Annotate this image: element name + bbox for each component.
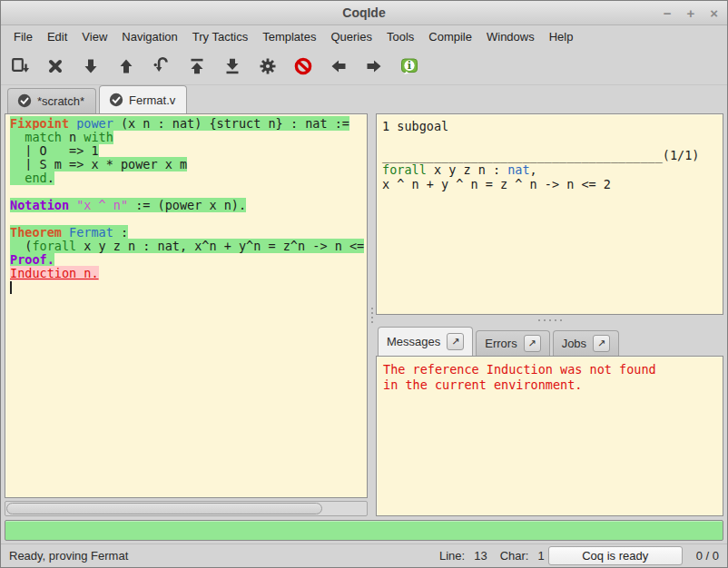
horizontal-scrollbar[interactable] (5, 501, 368, 516)
status-bar: Ready, proving Fermat Line: 13 Char: 1 C… (1, 544, 727, 567)
buffer-tab-bar: *scratch* Fermat.v (1, 85, 727, 113)
message-tab-bar: Messages ↗ Errors ↗ Jobs ↗ (376, 326, 723, 356)
text-line: Notation "x ^ n" := (power x n). (10, 199, 367, 212)
text-line (382, 133, 717, 148)
coqide-window: CoqIde − + × File Edit View Navigation T… (0, 0, 728, 568)
restart-button[interactable] (185, 54, 209, 78)
detach-button[interactable]: ↗ (447, 333, 464, 350)
fully-check-button[interactable] (256, 54, 280, 78)
detach-arrow-icon: ↗ (528, 338, 536, 349)
maximize-button[interactable]: + (686, 6, 694, 20)
save-icon (10, 56, 30, 76)
close-buffer-button[interactable] (44, 54, 67, 78)
status-message: Ready, proving Fermat (9, 549, 427, 563)
text-line: 1 subgoal (382, 119, 717, 133)
menu-queries[interactable]: Queries (323, 27, 379, 46)
goal-view[interactable]: 1 subgoal ______________________________… (376, 113, 723, 315)
go-to-end-button[interactable] (221, 54, 244, 78)
close-icon (45, 56, 65, 76)
menu-try-tactics[interactable]: Try Tactics (185, 27, 255, 46)
main-area: Fixpoint power (x n : nat) {struct n} : … (1, 113, 727, 520)
tab-check-icon (109, 93, 123, 107)
menu-templates[interactable]: Templates (255, 27, 323, 46)
tab-messages[interactable]: Messages ↗ (378, 327, 473, 356)
menu-edit[interactable]: Edit (40, 27, 74, 46)
menu-help[interactable]: Help (542, 27, 581, 46)
right-pane: 1 subgoal ______________________________… (376, 113, 723, 516)
line-value: 13 (474, 549, 487, 563)
gear-icon (258, 56, 278, 76)
step-forward-icon (81, 56, 101, 76)
progress-bar (5, 520, 723, 541)
goal-text: 1 subgoal ______________________________… (382, 119, 717, 191)
task-counter: 0 / 0 (696, 549, 719, 563)
tab-scratch[interactable]: *scratch* (7, 88, 96, 113)
message-line: The reference Induction was not found (383, 362, 716, 377)
text-line: Proof. (10, 253, 367, 267)
close-button[interactable]: × (710, 6, 718, 20)
vertical-splitter[interactable] (368, 113, 376, 516)
tab-label: *scratch* (37, 94, 84, 108)
message-line: in the current environment. (383, 377, 716, 393)
text-line (10, 212, 367, 226)
text-cursor (10, 281, 12, 294)
back-button[interactable] (327, 54, 350, 78)
step-backward-button[interactable] (114, 54, 138, 78)
char-value: 1 (537, 549, 544, 563)
tab-errors[interactable]: Errors ↗ (476, 330, 549, 356)
char-label: Char: (500, 549, 529, 563)
window-title: CoqIde (1, 1, 727, 24)
menu-compile[interactable]: Compile (421, 27, 479, 46)
go-to-cursor-icon (152, 56, 172, 76)
minimize-button[interactable]: − (664, 6, 672, 20)
forward-icon (364, 56, 384, 76)
detach-button[interactable]: ↗ (524, 335, 541, 352)
step-forward-button[interactable] (79, 54, 103, 78)
text-line: end. (10, 171, 367, 185)
menu-file[interactable]: File (6, 27, 40, 46)
menu-windows[interactable]: Windows (479, 27, 542, 46)
text-line: | S m => x * power x m (10, 158, 367, 171)
message-view[interactable]: The reference Induction was not foundin … (376, 356, 723, 516)
detach-button[interactable]: ↗ (593, 335, 610, 352)
tab-check-icon (17, 93, 32, 108)
code-view: Fixpoint power (x n : nat) {struct n} : … (10, 117, 367, 294)
text-line: match n with (10, 131, 367, 144)
about-button[interactable]: i (398, 54, 421, 78)
back-icon (329, 56, 349, 76)
text-line: | O => 1 (10, 144, 367, 158)
text-line (10, 185, 367, 199)
coq-status-button[interactable]: Coq is ready (548, 546, 683, 565)
svg-text:i: i (408, 59, 412, 72)
message-text: The reference Induction was not foundin … (383, 362, 716, 393)
text-line: Fixpoint power (x n : nat) {struct n} : … (10, 117, 367, 131)
text-line: forall x y z n : nat, (382, 162, 717, 177)
scrollbar-thumb[interactable] (6, 503, 322, 514)
tab-label: Errors (485, 337, 516, 350)
restart-icon (187, 56, 207, 76)
menu-navigation[interactable]: Navigation (114, 27, 184, 46)
interrupt-button[interactable] (291, 54, 315, 78)
interrupt-icon (293, 56, 313, 76)
menu-tools[interactable]: Tools (379, 27, 421, 46)
tab-label: Jobs (562, 337, 586, 350)
detach-arrow-icon: ↗ (597, 338, 605, 349)
menu-view[interactable]: View (74, 27, 114, 46)
detach-arrow-icon: ↗ (451, 336, 459, 348)
save-button[interactable] (8, 54, 32, 78)
horizontal-splitter[interactable] (376, 315, 723, 326)
menu-bar: File Edit View Navigation Try Tactics Te… (1, 25, 727, 47)
go-to-cursor-button[interactable] (150, 54, 173, 78)
forward-button[interactable] (362, 54, 386, 78)
go-to-end-icon (222, 56, 242, 76)
code-editor[interactable]: Fixpoint power (x n : nat) {struct n} : … (5, 113, 368, 498)
tab-label: Fermat.v (129, 93, 175, 107)
text-line: x ^ n + y ^ n = z ^ n -> n <= 2 (382, 177, 717, 191)
tab-jobs[interactable]: Jobs ↗ (553, 330, 619, 356)
text-line: Theorem Fermat : (10, 226, 367, 240)
toolbar: i (1, 47, 727, 85)
tab-fermat[interactable]: Fermat.v (99, 85, 187, 113)
text-line (10, 280, 367, 294)
title-bar: CoqIde − + × (1, 1, 727, 25)
tab-label: Messages (387, 335, 440, 348)
